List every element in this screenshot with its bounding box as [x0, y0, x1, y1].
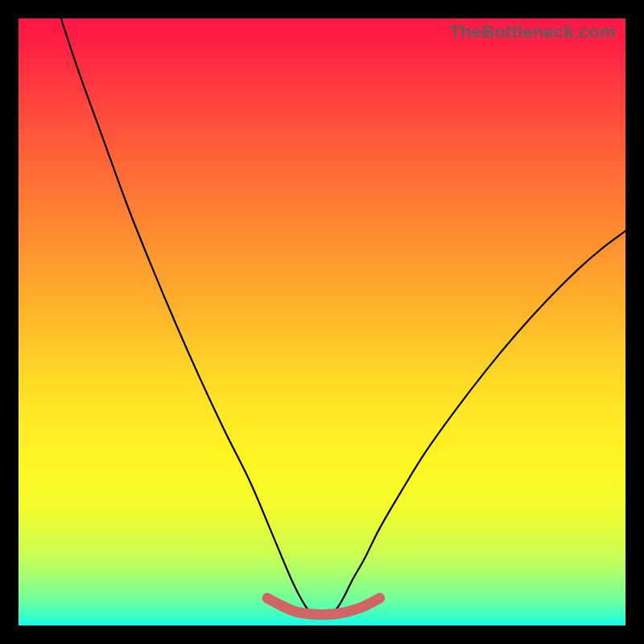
bottleneck-curve [61, 19, 625, 617]
chart-plot-area: TheBottleneck.com [19, 19, 625, 625]
chart-svg [19, 19, 625, 625]
optimal-band [267, 598, 379, 614]
chart-frame: TheBottleneck.com [0, 0, 644, 644]
